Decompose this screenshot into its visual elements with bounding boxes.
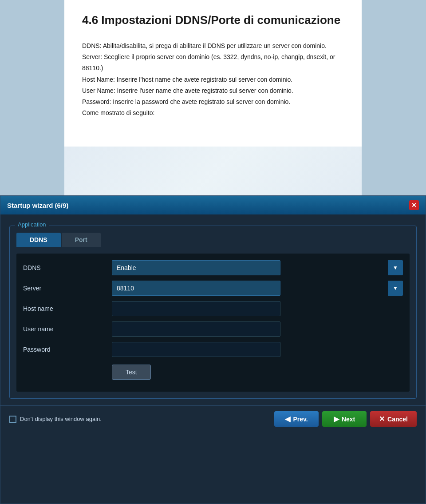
document-area: 4.6 Impostazioni DDNS/Porte di comunicaz… [64,0,362,200]
doc-watermark [64,147,362,200]
password-input[interactable] [112,342,280,357]
prev-icon: ◀ [285,415,290,423]
tab-ddns[interactable]: DDNS [16,233,61,247]
form-row-password: Password [23,342,403,357]
server-select-arrow [388,281,403,296]
group-box-legend: Application [15,221,49,228]
form-row-test: Test [23,362,403,380]
ddns-select-wrapper: Enable Disable [112,260,403,275]
next-button[interactable]: ▶ Next [322,411,367,427]
cancel-label: Cancel [387,416,408,423]
dialog-title: Startup wizard (6/9) [7,202,68,209]
doc-para-1: DDNS: Abilita/disabilita, si prega di ab… [82,40,344,52]
doc-para-6: Come mostrato di seguito: [82,107,344,119]
dialog-titlebar: Startup wizard (6/9) ✕ [0,196,426,214]
label-username: User name [23,325,112,333]
form-row-hostname: Host name [23,301,403,316]
dont-display-label: Don't display this window again. [20,416,102,422]
label-hostname: Host name [23,305,112,312]
hostname-input-wrapper [112,301,403,316]
doc-para-5: Password: Inserire la password che avete… [82,96,344,107]
form-row-ddns: DDNS Enable Disable [23,260,403,275]
dialog-close-button[interactable]: ✕ [409,200,419,210]
tab-port[interactable]: Port [62,233,101,247]
password-input-wrapper [112,342,403,357]
startup-wizard-dialog: Startup wizard (6/9) ✕ Application DDNS … [0,195,426,504]
footer-buttons: ◀ Prev. ▶ Next ✕ Cancel [274,411,417,427]
form-row-username: User name [23,321,403,337]
prev-label: Prev. [293,416,308,423]
dialog-footer: Don't display this window again. ◀ Prev.… [0,405,426,432]
doc-para-3: Host Name: Inserire l'host name che avet… [82,74,344,85]
ddns-select[interactable]: Enable Disable [112,260,280,275]
label-password: Password [23,346,112,353]
username-input[interactable] [112,321,280,337]
form-row-server: Server 88110 3322 dyndns no-ip changip d… [23,281,403,296]
prev-button[interactable]: ◀ Prev. [274,411,319,427]
label-server: Server [23,285,112,292]
tab-bar: DDNS Port [16,233,410,247]
doc-para-2: Server: Scegliere il proprio server con … [82,52,344,74]
application-group: Application DDNS Port DDNS Enable Disa [9,226,417,399]
label-ddns: DDNS [23,264,112,271]
server-select[interactable]: 88110 3322 dyndns no-ip changip dnsexit [112,281,280,296]
next-label: Next [342,416,355,423]
ddns-select-arrow [388,260,403,275]
cancel-button[interactable]: ✕ Cancel [370,411,417,427]
doc-para-4: User Name: Inserire l'user name che avet… [82,85,344,96]
doc-title: 4.6 Impostazioni DDNS/Porte di comunicaz… [82,13,344,27]
dialog-overlay: Startup wizard (6/9) ✕ Application DDNS … [0,195,426,504]
dialog-body: Application DDNS Port DDNS Enable Disa [0,214,426,405]
dont-display-checkbox[interactable] [9,416,16,423]
next-icon: ▶ [334,415,339,423]
server-select-wrapper: 88110 3322 dyndns no-ip changip dnsexit [112,281,403,296]
form-content: DDNS Enable Disable Server [16,254,410,392]
footer-left: Don't display this window again. [9,416,102,423]
test-button[interactable]: Test [112,365,151,380]
username-input-wrapper [112,321,403,337]
hostname-input[interactable] [112,301,280,316]
doc-body: DDNS: Abilita/disabilita, si prega di ab… [82,40,344,119]
cancel-icon: ✕ [379,415,385,423]
dont-display-wrapper[interactable]: Don't display this window again. [9,416,102,423]
